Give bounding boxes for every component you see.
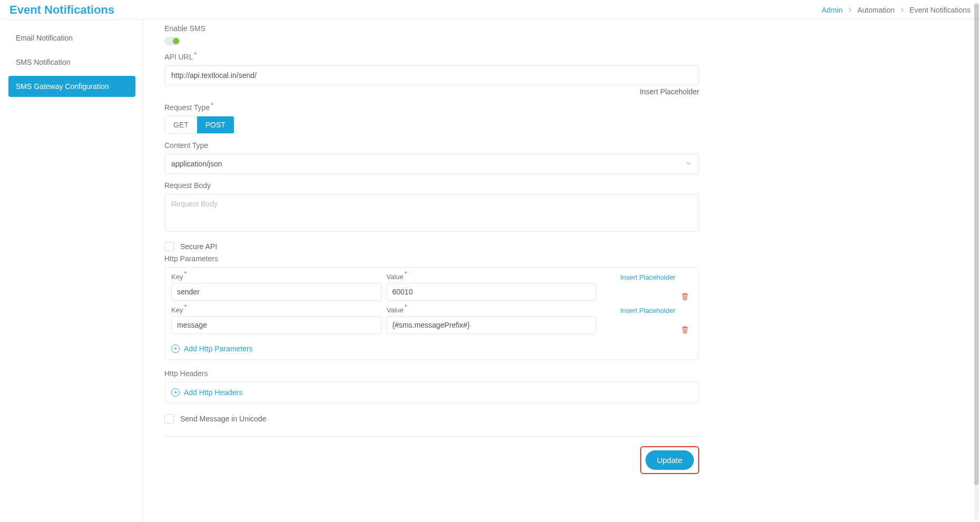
required-marker: * [184, 304, 187, 312]
page-title: Event Notifications [9, 3, 114, 17]
add-http-parameters-link[interactable]: + Add Http Parameters [171, 344, 253, 353]
http-parameters-label: Http Parameters [164, 254, 699, 263]
request-body-textarea[interactable] [164, 194, 699, 232]
param-value-label: Value [387, 306, 404, 314]
send-unicode-label: Send Message in Unicode [180, 415, 266, 423]
request-body-label: Request Body [164, 181, 699, 190]
add-http-headers-link[interactable]: + Add Http Headers [171, 388, 242, 397]
request-type-post[interactable]: POST [197, 116, 234, 133]
scrollbar[interactable] [974, 2, 979, 520]
divider [164, 436, 699, 437]
param-key-input-1[interactable] [171, 316, 381, 334]
send-unicode-checkbox[interactable] [164, 414, 174, 423]
param-key-label: Key [171, 273, 183, 281]
plus-circle-icon: + [171, 344, 180, 353]
secure-api-checkbox[interactable] [164, 242, 174, 251]
sidebar-item-label: SMS Notification [16, 58, 70, 66]
api-url-label: API URL [164, 53, 193, 61]
insert-placeholder-link[interactable]: Insert Placeholder [620, 307, 675, 314]
param-key-input-0[interactable] [171, 283, 381, 301]
chevron-right-icon [848, 8, 852, 12]
param-value-label: Value [387, 273, 404, 281]
content-type-label: Content Type [164, 141, 699, 150]
required-marker: * [405, 271, 407, 279]
http-headers-label: Http Headers [164, 369, 699, 378]
chevron-right-icon [900, 8, 904, 12]
scrollbar-thumb[interactable] [974, 4, 979, 485]
param-value-input-1[interactable] [387, 316, 597, 334]
insert-placeholder-link[interactable]: Insert Placeholder [620, 273, 675, 281]
topbar: Event Notifications Admin Automation Eve… [0, 0, 980, 20]
api-url-input[interactable] [164, 65, 699, 85]
chevron-down-icon [685, 160, 692, 168]
breadcrumb-automation[interactable]: Automation [857, 6, 895, 14]
update-button[interactable]: Update [645, 450, 694, 470]
http-headers-panel: + Add Http Headers [164, 382, 699, 403]
enable-sms-toggle[interactable] [164, 37, 180, 45]
trash-icon[interactable] [681, 292, 692, 301]
content-area: Enable SMS API URL * Insert Placeholder [143, 20, 980, 522]
param-key-label: Key [171, 306, 183, 314]
insert-placeholder-link[interactable]: Insert Placeholder [640, 87, 699, 96]
trash-icon[interactable] [681, 326, 692, 334]
required-marker: * [405, 304, 407, 312]
sidebar-item-label: SMS Gateway Configuration [16, 82, 109, 91]
toggle-knob [173, 38, 179, 44]
add-http-headers-label: Add Http Headers [184, 388, 242, 397]
required-marker: * [184, 271, 187, 279]
secure-api-label: Secure API [180, 242, 217, 251]
breadcrumb: Admin Automation Event Notifications [822, 6, 971, 14]
add-http-parameters-label: Add Http Parameters [184, 344, 253, 353]
sidebar: Email Notification SMS Notification SMS … [0, 20, 143, 522]
breadcrumb-event-notifications: Event Notifications [909, 6, 971, 14]
required-marker: * [211, 102, 213, 109]
sidebar-item-sms-gateway[interactable]: SMS Gateway Configuration [8, 76, 135, 97]
update-highlight-box: Update [640, 446, 699, 474]
breadcrumb-admin[interactable]: Admin [822, 6, 843, 14]
content-type-value: application/json [164, 154, 699, 174]
sidebar-item-label: Email Notification [16, 34, 73, 42]
request-type-get[interactable]: GET [165, 116, 197, 133]
sidebar-item-sms[interactable]: SMS Notification [8, 52, 135, 73]
plus-circle-icon: + [171, 388, 180, 397]
request-type-toggle: GET POST [164, 116, 234, 134]
http-parameters-panel: Key * Value * [164, 267, 699, 360]
sidebar-item-email[interactable]: Email Notification [8, 27, 135, 48]
request-type-label: Request Type [164, 103, 210, 112]
param-value-input-0[interactable] [387, 283, 597, 301]
required-marker: * [194, 52, 197, 58]
content-type-select[interactable]: application/json [164, 154, 699, 174]
enable-sms-label: Enable SMS [164, 24, 699, 33]
